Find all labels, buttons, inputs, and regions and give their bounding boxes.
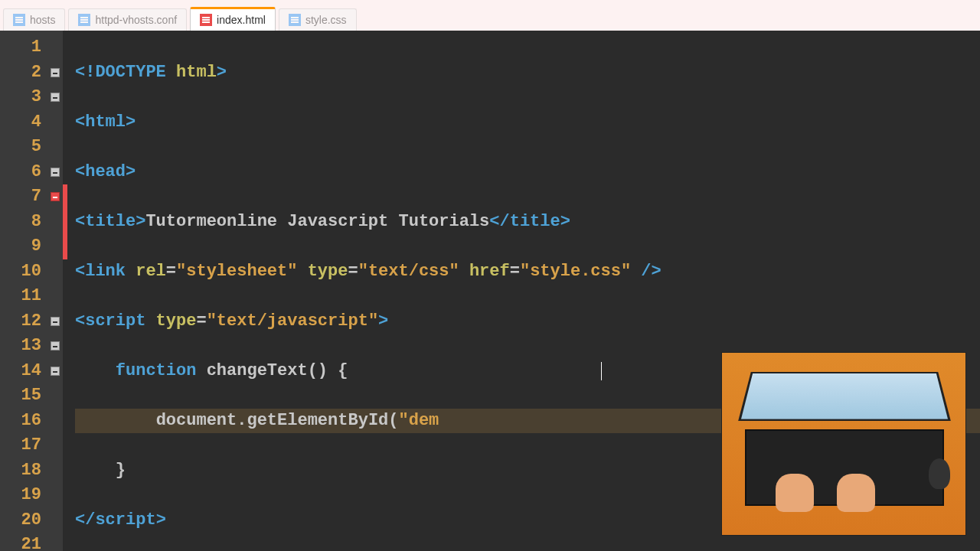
line-number: 11 xyxy=(0,284,41,309)
line-number: 12 xyxy=(0,309,41,334)
tab-label: index.html xyxy=(217,14,266,26)
tab-label: style.css xyxy=(305,14,347,26)
tab-label: hosts xyxy=(30,14,55,26)
line-number-gutter: 1 2 3 4 5 6 7 8 9 10 11 12 13 14 15 16 1… xyxy=(0,31,47,551)
file-icon xyxy=(289,14,301,26)
line-number: 16 xyxy=(0,409,41,434)
tab-style-css[interactable]: style.css xyxy=(279,8,357,31)
fold-toggle-icon[interactable] xyxy=(51,168,60,177)
code-line[interactable]: <title>Tutormeonline Javascript Tutorial… xyxy=(75,210,980,235)
laptop-screen-icon xyxy=(738,372,951,421)
fold-toggle-icon[interactable] xyxy=(51,68,60,77)
line-number: 1 xyxy=(0,35,41,60)
tab-hosts[interactable]: hosts xyxy=(3,8,65,31)
tab-label: httpd-vhosts.conf xyxy=(95,14,177,26)
fold-toggle-icon[interactable] xyxy=(51,192,60,201)
hand-icon xyxy=(837,474,875,512)
line-number: 14 xyxy=(0,359,41,384)
line-number: 13 xyxy=(0,334,41,359)
code-line[interactable]: <html> xyxy=(75,110,980,135)
fold-column xyxy=(47,31,63,551)
code-line[interactable]: <head> xyxy=(75,160,980,185)
tab-index-html[interactable]: index.html xyxy=(190,7,276,31)
line-number: 9 xyxy=(0,234,41,259)
fold-toggle-icon[interactable] xyxy=(51,93,60,102)
line-number: 4 xyxy=(0,110,41,135)
webcam-overlay xyxy=(721,352,966,536)
mouse-icon xyxy=(929,458,950,489)
line-number: 6 xyxy=(0,160,41,185)
tab-vhosts[interactable]: httpd-vhosts.conf xyxy=(68,8,187,31)
line-number: 17 xyxy=(0,433,41,458)
code-line[interactable]: <!DOCTYPE html> xyxy=(75,60,980,86)
line-number: 10 xyxy=(0,259,41,285)
file-icon xyxy=(78,14,90,26)
line-number: 2 xyxy=(0,60,41,86)
fold-toggle-icon[interactable] xyxy=(51,341,60,350)
line-number: 18 xyxy=(0,458,41,484)
fold-toggle-icon[interactable] xyxy=(51,317,60,326)
code-line[interactable]: <script type="text/javascript"> xyxy=(75,309,980,334)
tab-bar: hosts httpd-vhosts.conf index.html style… xyxy=(0,0,980,31)
code-line[interactable]: <link rel="stylesheet" type="text/css" h… xyxy=(75,259,980,285)
file-icon xyxy=(13,14,25,26)
line-number: 20 xyxy=(0,508,41,533)
line-number: 5 xyxy=(0,135,41,160)
file-icon xyxy=(200,14,212,26)
hand-icon xyxy=(776,474,814,512)
line-number: 7 xyxy=(0,184,41,210)
line-number: 8 xyxy=(0,210,41,235)
line-number: 3 xyxy=(0,85,41,110)
text-cursor-icon xyxy=(601,362,602,380)
line-number: 21 xyxy=(0,533,41,551)
fold-toggle-icon[interactable] xyxy=(51,367,60,376)
line-number: 19 xyxy=(0,483,41,508)
line-number: 15 xyxy=(0,383,41,409)
